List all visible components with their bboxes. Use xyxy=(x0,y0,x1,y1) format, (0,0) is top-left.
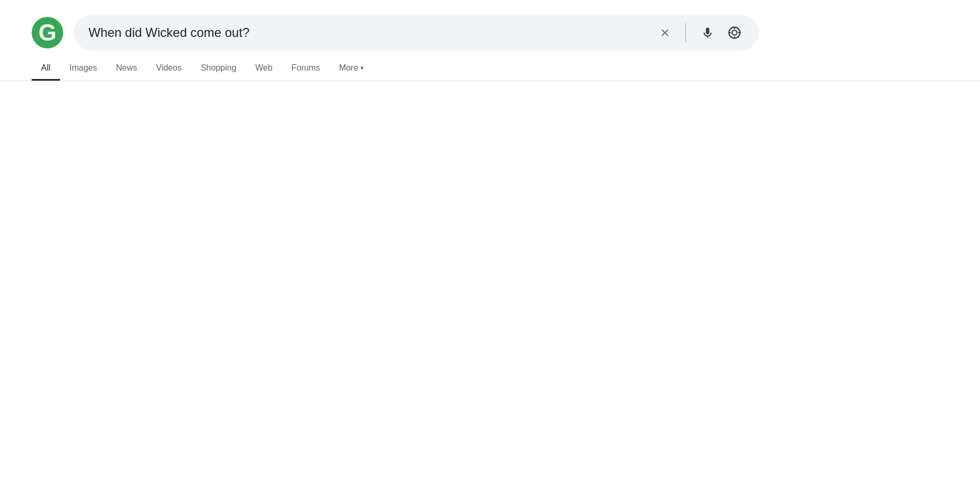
more-chevron-icon: ▾ xyxy=(360,64,364,72)
search-divider xyxy=(685,23,686,42)
search-bar xyxy=(74,15,759,51)
tab-videos[interactable]: Videos xyxy=(146,57,191,81)
microphone-icon xyxy=(701,26,714,40)
google-logo[interactable]: G xyxy=(32,17,63,48)
svg-point-1 xyxy=(732,30,737,35)
google-g-icon: G xyxy=(32,17,63,48)
header: G xyxy=(0,0,980,51)
tab-images[interactable]: Images xyxy=(60,57,106,81)
tab-news[interactable]: News xyxy=(106,57,146,81)
clear-icon xyxy=(659,27,671,38)
tab-web[interactable]: Web xyxy=(246,57,282,81)
tab-more[interactable]: More ▾ xyxy=(329,57,373,81)
tab-all[interactable]: All xyxy=(32,57,60,81)
tab-shopping[interactable]: Shopping xyxy=(191,57,246,81)
tab-forums[interactable]: Forums xyxy=(282,57,329,81)
google-lens-button[interactable] xyxy=(725,23,744,42)
nav-divider xyxy=(0,81,980,81)
search-tabs: All Images News Videos Shopping Web Foru… xyxy=(0,57,980,81)
lens-icon xyxy=(727,25,742,40)
search-input[interactable] xyxy=(89,25,649,40)
clear-button[interactable] xyxy=(657,25,673,41)
voice-search-button[interactable] xyxy=(699,24,717,42)
